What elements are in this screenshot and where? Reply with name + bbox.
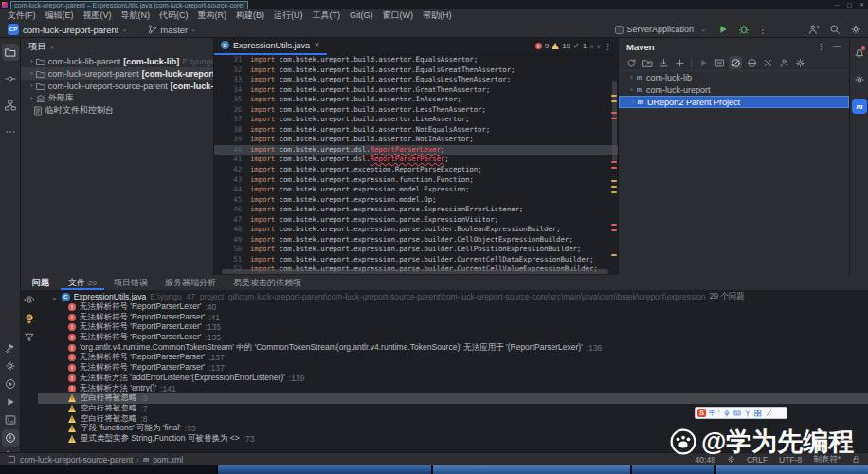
bulb-icon[interactable]	[24, 313, 35, 324]
run-button[interactable]	[716, 23, 730, 36]
code-line[interactable]: 31import com.bstek.ureport.build.asserto…	[214, 55, 618, 65]
ime-punctuation-icon[interactable]: ’	[718, 409, 720, 417]
code-line[interactable]: 32import com.bstek.ureport.build.asserto…	[214, 65, 618, 76]
problems-file-row[interactable]: ⌄CExpressionUtils.javaE:\yungu_47_projec…	[38, 292, 868, 302]
menu-item[interactable]: 窗口(W)	[378, 9, 419, 22]
tab-options-icon[interactable]: ⋮	[604, 42, 618, 51]
editor-tab[interactable]: C ExpressionUtils.java ✕	[214, 38, 327, 55]
menu-item[interactable]: 代码(C)	[154, 9, 193, 22]
project-tree-row[interactable]: ›外部库	[21, 92, 213, 104]
menu-item[interactable]: 重构(R)	[193, 9, 232, 22]
collapse-all-icon[interactable]	[761, 56, 774, 69]
build-hammer-icon[interactable]	[2, 339, 19, 356]
ime-skin-icon[interactable]	[765, 410, 772, 417]
taskbar-segment[interactable]	[716, 465, 868, 474]
code-line[interactable]: 37import com.bstek.ureport.build.asserto…	[214, 115, 618, 125]
run-icon[interactable]	[696, 56, 710, 69]
problems-tab[interactable]: 服务器端分析	[157, 275, 224, 290]
notifications-bell-icon[interactable]	[852, 46, 867, 61]
code-line[interactable]: 33import com.bstek.ureport.build.asserto…	[214, 75, 618, 85]
branch-selector[interactable]: master ⌄	[147, 25, 199, 35]
sync-folder-icon[interactable]	[641, 56, 654, 69]
commit-icon[interactable]	[2, 70, 19, 87]
ime-toolbar[interactable]: S 中 ’	[695, 407, 787, 419]
ime-grid-icon[interactable]	[754, 410, 762, 417]
code-line[interactable]: 34import com.bstek.ureport.build.asserto…	[214, 85, 618, 96]
eye-icon[interactable]	[24, 294, 35, 305]
chevron-right-icon[interactable]: ›	[30, 82, 33, 90]
problem-row[interactable]: 空白行将被忽略:3	[38, 393, 868, 404]
maven-tree-row[interactable]: ›mUReport2 Parent Project	[619, 96, 849, 108]
toggle-offline-icon[interactable]	[745, 56, 758, 69]
close-button[interactable]: ✕	[856, 0, 868, 9]
code-line[interactable]: 38import com.bstek.ureport.build.asserto…	[214, 125, 618, 136]
skip-tests-icon[interactable]	[729, 56, 742, 69]
chevron-right-icon[interactable]: ›	[630, 85, 633, 94]
problem-row[interactable]: !无法解析符号 'ReportParserParser':137	[38, 353, 868, 363]
chevron-right-icon[interactable]: ›	[631, 98, 634, 106]
ime-mode-toggle[interactable]: 中	[709, 409, 715, 417]
chevron-down-icon[interactable]: ⌄	[51, 293, 58, 301]
problem-row[interactable]: !无法解析方法 'addErrorListener(ExpressionErro…	[38, 374, 868, 384]
problem-row[interactable]: !无法解析方法 'entry()':141	[38, 383, 868, 393]
status-breadcrumb[interactable]: com-luck-ureport-source-parent › m pom.x…	[8, 455, 183, 465]
profiler-icon[interactable]	[2, 375, 19, 392]
code-line[interactable]: 44import com.bstek.ureport.expression.mo…	[214, 185, 618, 195]
filter-icon[interactable]	[24, 332, 35, 343]
taskbar-segment[interactable]	[433, 465, 630, 474]
project-panel-header[interactable]: 项目 ⌄	[21, 38, 213, 55]
project-selector[interactable]: com-luck-ureport-parent	[23, 25, 118, 35]
problem-row[interactable]: !无法解析符号 'ReportParserLexer':40	[38, 302, 868, 313]
refresh-icon[interactable]	[624, 56, 638, 69]
code-line[interactable]: 39import com.bstek.ureport.build.asserto…	[214, 135, 618, 145]
code-line[interactable]: 41import com.bstek.ureport.dsl.ReportPar…	[214, 155, 618, 165]
menu-item[interactable]: 构建(B)	[231, 9, 269, 22]
minimize-button[interactable]: —	[831, 0, 843, 9]
code-line[interactable]: 42import com.bstek.ureport.exception.Rep…	[214, 165, 618, 175]
code-line[interactable]: 40import com.bstek.ureport.dsl.ReportPar…	[214, 145, 618, 155]
problem-row[interactable]: !'org.antlr.v4.runtime.CommonTokenStream…	[38, 342, 868, 353]
inspections-widget[interactable]: ! 9 19 ✓ 1 ∧ ∨	[532, 41, 605, 51]
ime-toolbox-icon[interactable]	[744, 410, 751, 417]
menu-item[interactable]: 导航(N)	[117, 9, 155, 22]
prev-problem-icon[interactable]: ∧	[589, 43, 593, 49]
code-with-me-icon[interactable]	[807, 23, 821, 36]
code-line[interactable]: 36import com.bstek.ureport.build.asserto…	[214, 105, 618, 116]
code-line[interactable]: 45import com.bstek.ureport.expression.mo…	[214, 195, 618, 206]
vertical-scrollbar[interactable]	[612, 81, 617, 161]
maven-tree-row[interactable]: ›mcom-luck-lib	[619, 71, 849, 83]
chevron-right-icon[interactable]: ›	[30, 69, 33, 78]
profiles-icon[interactable]	[777, 56, 790, 69]
close-tab-icon[interactable]: ✕	[314, 41, 320, 49]
problems-tab[interactable]: 文件29	[61, 275, 104, 290]
breadcrumb-module[interactable]: com-luck-ureport-source-parent	[20, 455, 133, 465]
code-line[interactable]: 51import com.bstek.ureport.expression.pa…	[214, 255, 618, 265]
next-problem-icon[interactable]: ∨	[597, 43, 601, 49]
maven-tree-row[interactable]: ›mcom-luck-ureport	[619, 83, 849, 96]
project-tree-row[interactable]: ›com-luck-ureport-parent [com-luck-urepo…	[21, 67, 213, 80]
code-line[interactable]: 47import com.bstek.ureport.expression.pa…	[214, 215, 618, 226]
menu-item[interactable]: 工具(T)	[308, 9, 346, 22]
taskbar-segment[interactable]	[0, 465, 216, 474]
more-actions-icon[interactable]: ⋮	[758, 25, 768, 35]
menu-item[interactable]: 文件(F)	[3, 9, 41, 22]
menu-item[interactable]: 视图(V)	[79, 9, 117, 22]
more-icon[interactable]	[2, 123, 19, 140]
detach-icon[interactable]	[713, 56, 726, 69]
taskbar-segment[interactable]	[218, 465, 432, 474]
download-sources-icon[interactable]	[657, 56, 670, 69]
problem-row[interactable]: !无法解析符号 'ReportParserLexer':135	[38, 333, 868, 343]
code-line[interactable]: 48import com.bstek.ureport.expression.pa…	[214, 225, 618, 235]
maven-settings-icon[interactable]	[793, 56, 806, 69]
ime-mic-icon[interactable]	[723, 410, 731, 417]
ime-keyboard-icon[interactable]	[733, 410, 741, 417]
code-line[interactable]: 49import com.bstek.ureport.expression.pa…	[214, 235, 618, 246]
chevron-right-icon[interactable]: ›	[630, 73, 633, 82]
problems-icon[interactable]	[2, 429, 19, 447]
structure-icon[interactable]	[2, 97, 19, 114]
terminal-icon[interactable]	[2, 411, 19, 428]
chevron-right-icon[interactable]: ›	[30, 94, 33, 102]
code-view[interactable]: 31import com.bstek.ureport.build.asserto…	[214, 55, 618, 275]
breadcrumb-file[interactable]: pom.xml	[153, 455, 183, 465]
menu-item[interactable]: 帮助(H)	[418, 9, 457, 22]
